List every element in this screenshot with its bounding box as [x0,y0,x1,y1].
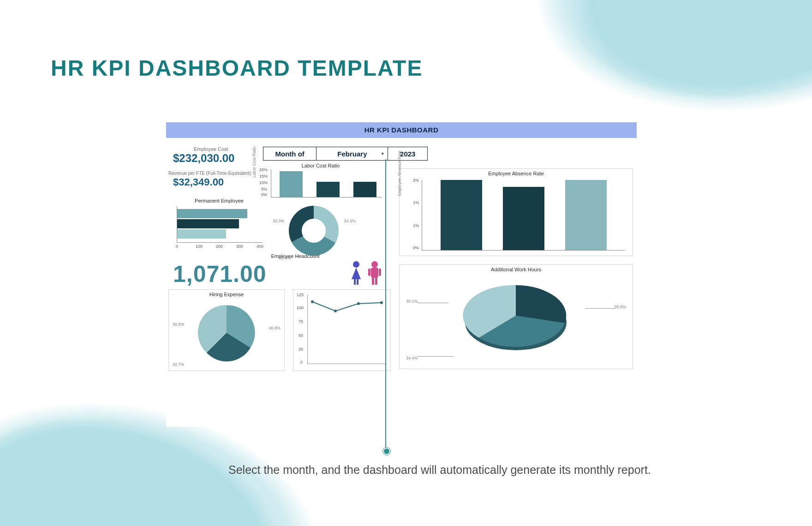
bar [503,187,544,250]
kpi-employee-cost-label: Employee Cost [194,146,228,152]
permanent-employee-chart: Permanent Employee 0 100 200 300 400 [173,196,265,251]
svg-rect-11 [379,269,381,276]
svg-point-13 [334,310,337,312]
month-value: February [337,150,367,158]
chevron-down-icon: ▾ [382,151,384,156]
additional-work-hours-svg [447,279,585,357]
kpi-revenue-fte-label: Revenue per FTE (Full-Time-Equivalent) [168,171,251,176]
bar [565,180,607,250]
labor-cost-ratio-title: Labor Cost Ratio [256,163,385,168]
pie-label: 38.5% [173,322,185,327]
month-selector[interactable]: Month of February ▾ 2023 [263,147,428,161]
bar [441,180,482,250]
page-title: HR KPI DASHBOARD TEMPLATE [51,55,423,81]
svg-point-3 [353,261,359,268]
month-selector-label: Month of [263,147,316,160]
absence-ylabel: Employee Absence Rate [397,150,402,196]
labor-cost-ylabel: Labor Cost Ratio [252,146,257,178]
svg-point-15 [380,301,383,304]
caption-text: Select the month, and the dashboard will… [228,461,651,478]
svg-rect-9 [375,277,377,285]
headcount-trend-chart: 125 100 75 50 25 0 [293,289,391,371]
dashboard-banner: HR KPI DASHBOARD [166,122,637,138]
pie-label: 20.7% [173,362,185,367]
donut-label: 34.3% [344,219,356,223]
callout-line [385,159,386,452]
svg-rect-5 [357,278,358,285]
svg-rect-8 [372,277,374,285]
employee-absence-rate-chart: Employee Absence Rate Employee Absence R… [399,168,633,256]
month-dropdown[interactable]: February ▾ [316,147,388,160]
donut-svg [286,203,341,258]
pie-label: 35.5% [614,305,626,309]
female-icon [348,261,364,286]
bar [353,182,376,197]
pie-label: 30.1% [406,299,418,304]
kpi-employee-cost-value: $232,030.00 [173,152,234,165]
additional-work-hours-chart: Additional Work Hours 30.1% 35.5% 34.4% [399,264,633,369]
svg-rect-10 [368,269,370,276]
hiring-expense-chart: Hiring Expense 38.5% 40.8% 20.7% [168,289,285,371]
pie-label: 34.4% [406,356,418,360]
headcount-value: 1,071.00 [173,261,267,287]
svg-point-12 [311,300,314,303]
bar [177,209,247,218]
additional-work-hours-title: Additional Work Hours [400,267,633,272]
bar [177,219,239,228]
employee-absence-title: Employee Absence Rate [400,171,633,176]
bar [316,182,340,197]
line-svg [308,294,386,364]
svg-rect-7 [371,268,378,278]
headcount-label: Employee Headcount [258,253,332,259]
svg-point-6 [371,261,378,268]
svg-point-14 [357,302,360,305]
hiring-expense-title: Hiring Expense [169,292,284,297]
donut-chart: 33.3% 34.3% 32.4% [275,203,353,258]
dashboard-board: HR KPI DASHBOARD Employee Cost $232,030.… [166,122,637,427]
bar [177,229,226,239]
donut-label: 33.3% [273,219,285,223]
kpi-revenue-fte-value: $32,349.00 [173,176,224,188]
year-value: 2023 [388,147,427,160]
pie-label: 40.8% [269,326,281,330]
hiring-expense-svg [197,303,257,363]
bar [280,171,303,197]
svg-rect-4 [354,278,356,285]
permanent-employee-title: Permanent Employee [173,198,265,203]
labor-cost-ratio-chart: Labor Cost Ratio Labor Cost Ratio 20% 15… [256,164,385,200]
male-icon [367,261,382,286]
